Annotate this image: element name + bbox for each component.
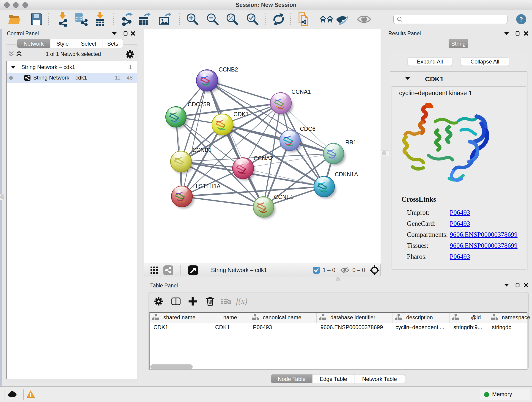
svg-text:HIST1H1A: HIST1H1A <box>193 183 221 189</box>
svg-text:CDKN1A: CDKN1A <box>335 171 358 177</box>
svg-text:CCNA1: CCNA1 <box>291 89 311 95</box>
svg-text:CCNE1: CCNE1 <box>274 194 293 200</box>
svg-text:CCNA2: CCNA2 <box>254 155 273 161</box>
svg-text:CDC25B: CDC25B <box>188 101 210 108</box>
svg-text:CCNB2: CCNB2 <box>219 66 238 73</box>
svg-text:?: ? <box>520 15 523 23</box>
svg-text:CCNB1: CCNB1 <box>192 147 212 153</box>
svg-text:CDC6: CDC6 <box>300 126 316 132</box>
svg-text:RB1: RB1 <box>345 139 356 146</box>
svg-text:CDK1: CDK1 <box>234 111 249 117</box>
